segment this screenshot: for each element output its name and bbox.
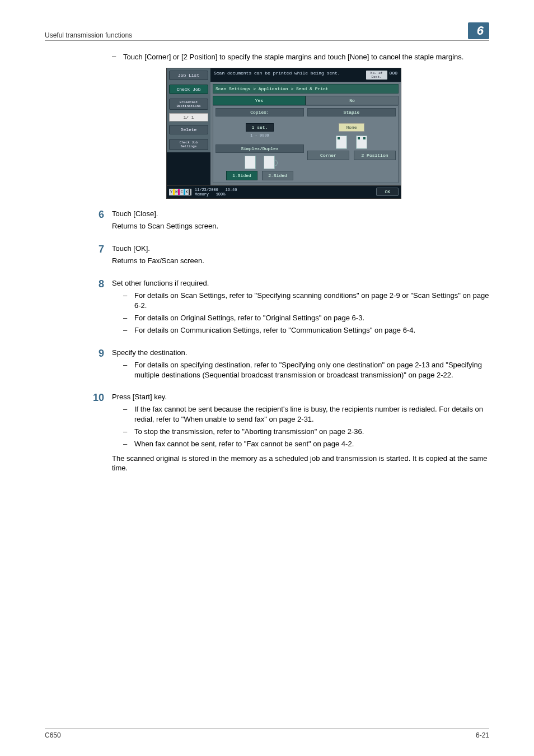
device-panel: Job List Check Job Broadcast Destination…	[166, 68, 401, 199]
step-number: 8	[90, 278, 112, 338]
dash-icon: –	[112, 52, 123, 62]
corner-button[interactable]: Corner	[307, 151, 349, 160]
delete-button[interactable]: Delete	[169, 125, 208, 134]
step-text: Returns to Fax/Scan screen.	[112, 256, 489, 266]
dash-icon: –	[123, 427, 134, 437]
step-number: 10	[90, 392, 112, 475]
step-text: Returns to Scan Settings screen.	[112, 221, 489, 231]
step-text: Touch [OK].	[112, 244, 489, 254]
step-sub-text: If the fax cannot be sent because the re…	[134, 404, 489, 424]
dash-icon: –	[123, 313, 134, 323]
step-sub-text: For details on Scan Settings, refer to "…	[134, 291, 489, 310]
footer-model: C650	[45, 731, 61, 739]
copies-set: 1 set.	[246, 123, 274, 132]
step-sub-text: For details on Original Settings, refer …	[134, 313, 489, 323]
footer-time: 16:46	[225, 188, 237, 192]
footer-mem-val: 100%	[216, 192, 226, 197]
staple-title: Staple	[307, 108, 396, 116]
two-position-staple-icon	[356, 136, 367, 149]
header-rule	[45, 40, 489, 41]
status-message: Scan documents can be printed while bein…	[214, 71, 366, 80]
footer-date: 11/23/2006	[195, 188, 218, 192]
step-text: Press [Start] key.	[112, 392, 489, 402]
dest-count-value: 000	[390, 71, 397, 80]
breadcrumb: Scan Settings > Application > Send & Pri…	[213, 84, 399, 94]
two-sided-icon	[264, 156, 275, 169]
section-title: Useful transmission functions	[45, 31, 132, 39]
check-job-settings-button[interactable]: Check Job Settings	[169, 139, 208, 150]
dash-icon: –	[123, 439, 134, 449]
ok-button[interactable]: OK	[376, 188, 399, 196]
step-text: Specify the destination.	[112, 348, 489, 358]
step-text: Touch [Close].	[112, 209, 489, 219]
staple-none-button[interactable]: None	[339, 123, 364, 132]
step-number: 9	[90, 348, 112, 382]
two-position-button[interactable]: 2 Position	[354, 151, 396, 160]
job-list-button[interactable]: Job List	[169, 71, 208, 80]
two-sided-button[interactable]: 2-Sided	[262, 171, 293, 180]
copies-title: Copies:	[216, 108, 304, 116]
step-end-text: The scanned original is stored in the me…	[112, 454, 489, 473]
dash-icon: –	[123, 325, 134, 335]
toner-levels: Y M C K	[169, 189, 191, 195]
footer-page: 6-21	[476, 731, 489, 739]
footer-mem-label: Memory	[195, 192, 209, 197]
step-number: 6	[90, 209, 112, 234]
simplex-title: Simplex/Duplex	[216, 144, 304, 153]
dash-icon: –	[123, 360, 134, 380]
step-text: Set other functions if required.	[112, 278, 489, 288]
tab-no[interactable]: No	[306, 96, 399, 105]
one-sided-button[interactable]: 1-Sided	[226, 171, 257, 180]
corner-staple-icon	[336, 136, 347, 149]
intro-bullet: Touch [Corner] or [2 Position] to specif…	[123, 52, 489, 62]
step-sub-text: For details on Communication Settings, r…	[134, 325, 489, 335]
step-sub-text: When fax cannot be sent, refer to "Fax c…	[134, 439, 489, 449]
dash-icon: –	[123, 404, 134, 424]
copies-range: 1 - 9999	[250, 133, 269, 138]
chapter-badge: 6	[468, 22, 489, 39]
step-number: 7	[90, 244, 112, 268]
tab-yes[interactable]: Yes	[213, 96, 306, 105]
step-sub-text: To stop the transmission, refer to "Abor…	[134, 427, 489, 437]
dest-count-label: No. of Dest.	[366, 71, 387, 80]
one-sided-icon	[245, 156, 256, 169]
check-job-button[interactable]: Check Job	[169, 85, 208, 94]
page-indicator: 1/ 1	[169, 113, 208, 122]
step-sub-text: For details on specifying destination, r…	[134, 360, 489, 380]
broadcast-dest-label: Broadcast Destinations	[169, 99, 208, 110]
dash-icon: –	[123, 291, 134, 310]
